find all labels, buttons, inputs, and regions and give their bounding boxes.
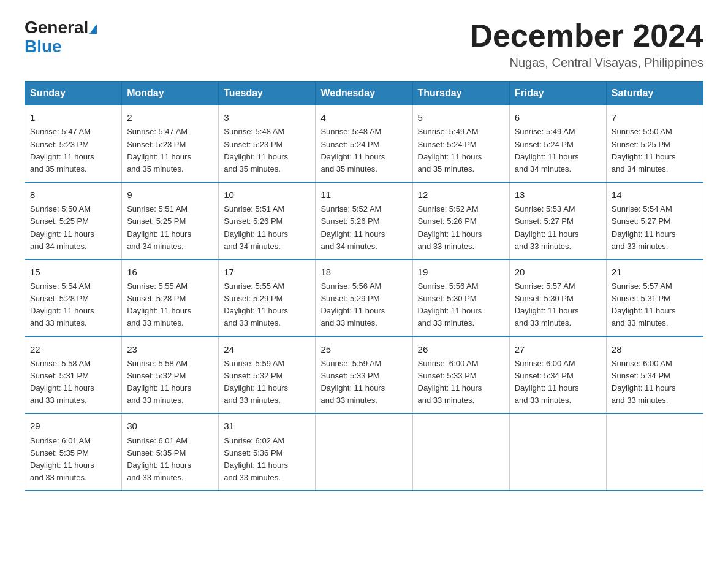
calendar-week-row: 22Sunrise: 5:58 AM Sunset: 5:31 PM Dayli… <box>25 337 703 414</box>
calendar-day-cell: 19Sunrise: 5:56 AM Sunset: 5:30 PM Dayli… <box>412 259 509 337</box>
day-number: 18 <box>320 265 407 279</box>
calendar-day-cell: 30Sunrise: 6:01 AM Sunset: 5:35 PM Dayli… <box>122 413 219 491</box>
day-info-text: Sunrise: 5:59 AM Sunset: 5:32 PM Dayligh… <box>224 358 310 407</box>
day-info-text: Sunrise: 5:58 AM Sunset: 5:32 PM Dayligh… <box>127 358 213 407</box>
day-info-text: Sunrise: 5:51 AM Sunset: 5:25 PM Dayligh… <box>127 203 213 253</box>
day-number: 14 <box>612 188 698 202</box>
day-number: 22 <box>30 342 116 356</box>
day-info-text: Sunrise: 5:53 AM Sunset: 5:27 PM Dayligh… <box>515 203 601 253</box>
calendar-day-cell: 31Sunrise: 6:02 AM Sunset: 5:36 PM Dayli… <box>219 413 316 491</box>
logo-blue-text: Blue <box>25 37 62 56</box>
calendar-body: 1Sunrise: 5:47 AM Sunset: 5:23 PM Daylig… <box>25 105 703 491</box>
day-info-text: Sunrise: 5:49 AM Sunset: 5:24 PM Dayligh… <box>515 126 601 175</box>
day-info-text: Sunrise: 5:54 AM Sunset: 5:28 PM Dayligh… <box>30 280 116 330</box>
day-number: 24 <box>224 342 310 356</box>
day-number: 26 <box>418 342 504 356</box>
month-title: December 2024 <box>469 18 703 53</box>
day-of-week-header: Sunday <box>25 82 122 105</box>
day-info-text: Sunrise: 5:54 AM Sunset: 5:27 PM Dayligh… <box>612 203 698 253</box>
day-info-text: Sunrise: 5:58 AM Sunset: 5:31 PM Dayligh… <box>30 358 116 407</box>
day-info-text: Sunrise: 5:56 AM Sunset: 5:29 PM Dayligh… <box>320 280 407 330</box>
calendar-day-cell <box>316 413 412 491</box>
calendar-table: SundayMondayTuesdayWednesdayThursdayFrid… <box>25 81 703 491</box>
logo: General Blue <box>25 18 97 56</box>
day-of-week-header: Wednesday <box>316 82 412 105</box>
day-info-text: Sunrise: 5:57 AM Sunset: 5:30 PM Dayligh… <box>515 280 601 330</box>
day-of-week-header: Friday <box>509 82 606 105</box>
day-of-week-header: Saturday <box>606 82 703 105</box>
calendar-day-cell: 2Sunrise: 5:47 AM Sunset: 5:23 PM Daylig… <box>122 105 219 182</box>
calendar-day-cell: 17Sunrise: 5:55 AM Sunset: 5:29 PM Dayli… <box>219 259 316 337</box>
day-info-text: Sunrise: 5:50 AM Sunset: 5:25 PM Dayligh… <box>612 126 698 175</box>
calendar-day-cell: 9Sunrise: 5:51 AM Sunset: 5:25 PM Daylig… <box>122 182 219 259</box>
day-info-text: Sunrise: 5:55 AM Sunset: 5:28 PM Dayligh… <box>127 280 213 330</box>
day-number: 16 <box>127 265 213 279</box>
calendar-day-cell: 14Sunrise: 5:54 AM Sunset: 5:27 PM Dayli… <box>606 182 703 259</box>
calendar-day-cell: 16Sunrise: 5:55 AM Sunset: 5:28 PM Dayli… <box>122 259 219 337</box>
day-number: 23 <box>127 342 213 356</box>
day-info-text: Sunrise: 5:51 AM Sunset: 5:26 PM Dayligh… <box>224 203 310 253</box>
logo-general-text: General <box>25 18 97 37</box>
day-info-text: Sunrise: 5:59 AM Sunset: 5:33 PM Dayligh… <box>320 358 407 407</box>
day-number: 3 <box>224 110 310 124</box>
day-info-text: Sunrise: 5:48 AM Sunset: 5:24 PM Dayligh… <box>320 126 407 175</box>
day-number: 29 <box>30 419 116 433</box>
logo-triangle-icon <box>89 24 97 34</box>
day-number: 19 <box>418 265 504 279</box>
day-number: 28 <box>612 342 698 356</box>
calendar-day-cell: 18Sunrise: 5:56 AM Sunset: 5:29 PM Dayli… <box>316 259 412 337</box>
day-number: 7 <box>612 110 698 124</box>
calendar-header: SundayMondayTuesdayWednesdayThursdayFrid… <box>25 82 703 105</box>
calendar-day-cell: 20Sunrise: 5:57 AM Sunset: 5:30 PM Dayli… <box>509 259 606 337</box>
day-info-text: Sunrise: 6:00 AM Sunset: 5:33 PM Dayligh… <box>418 358 504 407</box>
day-info-text: Sunrise: 5:55 AM Sunset: 5:29 PM Dayligh… <box>224 280 310 330</box>
day-of-week-header: Tuesday <box>219 82 316 105</box>
day-number: 8 <box>30 188 116 202</box>
day-info-text: Sunrise: 5:52 AM Sunset: 5:26 PM Dayligh… <box>418 203 504 253</box>
calendar-week-row: 8Sunrise: 5:50 AM Sunset: 5:25 PM Daylig… <box>25 182 703 259</box>
day-info-text: Sunrise: 5:47 AM Sunset: 5:23 PM Dayligh… <box>127 126 213 175</box>
day-number: 9 <box>127 188 213 202</box>
day-number: 25 <box>320 342 407 356</box>
day-number: 6 <box>515 110 601 124</box>
day-info-text: Sunrise: 5:56 AM Sunset: 5:30 PM Dayligh… <box>418 280 504 330</box>
calendar-day-cell: 12Sunrise: 5:52 AM Sunset: 5:26 PM Dayli… <box>412 182 509 259</box>
day-number: 1 <box>30 110 116 124</box>
day-info-text: Sunrise: 5:52 AM Sunset: 5:26 PM Dayligh… <box>320 203 407 253</box>
calendar-week-row: 15Sunrise: 5:54 AM Sunset: 5:28 PM Dayli… <box>25 259 703 337</box>
calendar-day-cell: 4Sunrise: 5:48 AM Sunset: 5:24 PM Daylig… <box>316 105 412 182</box>
day-number: 4 <box>320 110 407 124</box>
calendar-day-cell: 10Sunrise: 5:51 AM Sunset: 5:26 PM Dayli… <box>219 182 316 259</box>
day-number: 2 <box>127 110 213 124</box>
calendar-day-cell: 26Sunrise: 6:00 AM Sunset: 5:33 PM Dayli… <box>412 337 509 414</box>
day-number: 17 <box>224 265 310 279</box>
day-info-text: Sunrise: 6:00 AM Sunset: 5:34 PM Dayligh… <box>515 358 601 407</box>
day-number: 20 <box>515 265 601 279</box>
day-of-week-header: Monday <box>122 82 219 105</box>
day-number: 15 <box>30 265 116 279</box>
calendar-day-cell: 6Sunrise: 5:49 AM Sunset: 5:24 PM Daylig… <box>509 105 606 182</box>
calendar-week-row: 1Sunrise: 5:47 AM Sunset: 5:23 PM Daylig… <box>25 105 703 182</box>
calendar-day-cell: 22Sunrise: 5:58 AM Sunset: 5:31 PM Dayli… <box>25 337 122 414</box>
day-number: 12 <box>418 188 504 202</box>
calendar-day-cell: 8Sunrise: 5:50 AM Sunset: 5:25 PM Daylig… <box>25 182 122 259</box>
days-of-week-row: SundayMondayTuesdayWednesdayThursdayFrid… <box>25 82 703 105</box>
day-number: 13 <box>515 188 601 202</box>
calendar-day-cell: 24Sunrise: 5:59 AM Sunset: 5:32 PM Dayli… <box>219 337 316 414</box>
calendar-day-cell: 13Sunrise: 5:53 AM Sunset: 5:27 PM Dayli… <box>509 182 606 259</box>
day-number: 21 <box>612 265 698 279</box>
day-number: 5 <box>418 110 504 124</box>
day-number: 27 <box>515 342 601 356</box>
calendar-day-cell: 3Sunrise: 5:48 AM Sunset: 5:23 PM Daylig… <box>219 105 316 182</box>
page-header: General Blue December 2024 Nugas, Centra… <box>25 18 703 70</box>
calendar-day-cell: 5Sunrise: 5:49 AM Sunset: 5:24 PM Daylig… <box>412 105 509 182</box>
calendar-day-cell <box>412 413 509 491</box>
calendar-day-cell: 25Sunrise: 5:59 AM Sunset: 5:33 PM Dayli… <box>316 337 412 414</box>
calendar-day-cell: 23Sunrise: 5:58 AM Sunset: 5:32 PM Dayli… <box>122 337 219 414</box>
location-text: Nugas, Central Visayas, Philippines <box>469 56 703 70</box>
calendar-day-cell <box>606 413 703 491</box>
calendar-day-cell: 15Sunrise: 5:54 AM Sunset: 5:28 PM Dayli… <box>25 259 122 337</box>
day-number: 11 <box>320 188 407 202</box>
calendar-day-cell: 21Sunrise: 5:57 AM Sunset: 5:31 PM Dayli… <box>606 259 703 337</box>
day-info-text: Sunrise: 5:47 AM Sunset: 5:23 PM Dayligh… <box>30 126 116 175</box>
